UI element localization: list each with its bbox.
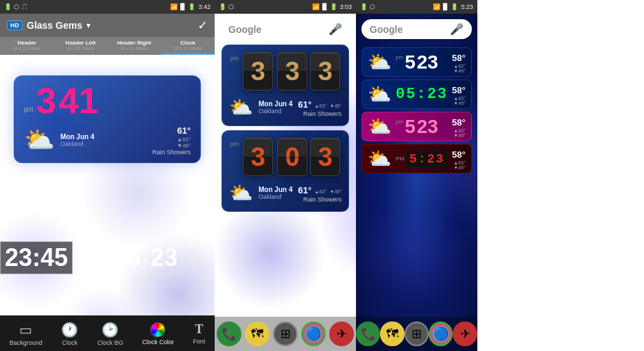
weather-desc: Rain Showers — [152, 149, 191, 156]
flip-min-group-2: 0 3 — [277, 138, 340, 176]
tabs-row: Header (4 x 2) Glass Header Left (4 x 2)… — [0, 37, 215, 55]
screen1-status-bar: 🔋 ⬡ 🎵 📶 ▉ 🔋 3:42 — [0, 0, 215, 14]
flip-weather-1: ⛅ Mon Jun 4 Oakland 61° ▲63° ▼49° Rain S… — [229, 96, 342, 119]
screen3-battery: 🔋 — [451, 3, 458, 10]
weather-temp-1: 61° ▲63° ▼49° Rain Showers — [298, 98, 342, 117]
clock-color-label: Clock Color — [142, 339, 174, 346]
confirm-button[interactable]: ✓ — [198, 18, 208, 33]
w2-time: 05:23 — [396, 86, 448, 103]
app-header: HD Glass Gems ▾ ✓ — [0, 14, 215, 37]
s3-nav-apps[interactable]: ⊞ — [405, 322, 429, 346]
w1-temp-val: 58° — [452, 53, 466, 63]
weather-row: ⛅ Mon Jun 4 Oakland 61° ▲63° ▼49° Rain S… — [24, 124, 191, 156]
hd-badge: HD — [7, 21, 23, 30]
widget-row-3: ⛅ pm 5 23 58° ▲63° ▼49° — [361, 112, 472, 141]
toolbar-background[interactable]: ▭ Background — [10, 322, 43, 346]
w1-hi: ▲63° — [452, 64, 466, 69]
flip-min-group-1: 3 3 — [277, 52, 340, 90]
weather-icon-2: ⛅ — [229, 182, 253, 204]
toolbar-clock-color[interactable]: Clock Color — [142, 322, 174, 346]
flip-min1-2: 0 — [277, 138, 307, 176]
header-left-group: HD Glass Gems ▾ — [7, 20, 91, 31]
nav-chrome[interactable]: 🔵 — [301, 322, 326, 346]
flip-pm-2: pm — [230, 138, 239, 147]
weather-temp-2: 61° ▲63° ▼49° Rain Showers — [298, 184, 342, 203]
w2-clock: 05:23 — [396, 86, 448, 103]
weather-temp-group: 61° ▲63° ▼49° Rain Showers — [152, 124, 191, 156]
screen3-microphone-icon[interactable]: 🎤 — [450, 23, 464, 36]
flip-hour-group-2: 3 — [243, 138, 273, 176]
background-icon: ▭ — [19, 322, 32, 338]
s3-nav-chrome[interactable]: 🔵 — [429, 322, 453, 346]
flip-hour-group-1: 3 — [243, 52, 273, 90]
dropdown-icon[interactable]: ▾ — [86, 21, 91, 30]
screen2-time: 3:03 — [340, 3, 353, 10]
weather-info-2: Mon Jun 4 Oakland — [259, 186, 292, 200]
w3-hi: ▲63° — [452, 128, 466, 133]
s3-nav-tools[interactable]: ✈ — [453, 322, 477, 346]
weather-temp: 61° — [177, 125, 191, 136]
tab-clock[interactable]: Clock (4 x 2) Glass — [161, 37, 215, 55]
color-swatch-icon — [150, 322, 165, 337]
w1-pm: pm — [396, 54, 403, 60]
time-strip-item-3: 23 — [145, 241, 182, 274]
w3-min: 23 — [417, 116, 438, 138]
screen1-time: 3:42 — [198, 3, 211, 10]
flip-clock-widget-1: pm 3 3 3 ⛅ Mon Jun 4 Oakland — [222, 45, 349, 126]
screen3-status-bar: 🔋 ⬡ 📶 ▉ 🔋 5:23 — [356, 0, 477, 14]
bottom-toolbar: ▭ Background 🕐 Clock 🕑 Clock BG Clock Co… — [0, 315, 215, 351]
s3-nav-maps[interactable]: 🗺 — [380, 322, 404, 346]
w4-pm: PM — [396, 156, 404, 162]
screen3-google-bar[interactable]: Google 🎤 — [361, 19, 472, 39]
widget-list: ⛅ pm 5 23 58° ▲63° ▼49° ⛅ — [356, 45, 477, 176]
screen1-status-left: 🔋 ⬡ 🎵 — [4, 3, 28, 10]
nav-phone[interactable]: 📞 — [217, 322, 241, 346]
weather-date: Mon Jun 4 — [60, 133, 147, 141]
screen2-wifi: 📶 — [312, 3, 320, 10]
microphone-icon[interactable]: 🎤 — [329, 23, 342, 36]
tab-header-left[interactable]: Header Left (4 x 2) Glass — [53, 37, 107, 55]
time-strip-value-2: 23:45 — [77, 243, 141, 271]
w3-clock: pm 5 23 — [396, 116, 438, 138]
screen3-time: 5:23 — [461, 3, 473, 10]
toolbar-font[interactable]: T Font — [193, 322, 205, 345]
flip-hour-1: 3 — [243, 52, 273, 90]
screen1-status-right: 📶 ▉ 🔋 3:42 — [170, 3, 211, 10]
nav-tools[interactable]: ✈ — [329, 322, 354, 346]
w3-temp: 58° ▲63° ▼49° — [452, 116, 466, 138]
screen2-bottom-nav: 📞 🗺 ⊞ 🔵 ✈ — [215, 317, 356, 351]
notification-icons: 🔋 ⬡ 🎵 — [4, 3, 28, 10]
nav-apps[interactable]: ⊞ — [273, 322, 298, 346]
nav-maps[interactable]: 🗺 — [245, 322, 270, 346]
widget-card: pm 3 41 ⛅ Mon Jun 4 Oakland 61° ▲63° — [14, 75, 201, 163]
w4-clock: PM 5:23 — [396, 151, 447, 167]
time-strip-value-3: 23 — [150, 243, 178, 271]
background-label: Background — [10, 339, 43, 346]
tab-header[interactable]: Header (4 x 2) Glass — [0, 37, 53, 55]
toolbar-clock-bg[interactable]: 🕑 Clock BG — [97, 322, 123, 346]
flip-digits-2: pm 3 0 3 — [229, 138, 342, 176]
widget-row-2: ⛅ 05:23 58° ▲63° ▼49° — [361, 80, 472, 109]
font-icon: T — [195, 322, 203, 337]
google-search-bar[interactable]: Google 🎤 — [220, 19, 350, 39]
hi-1: ▲63° — [315, 104, 327, 108]
flip-min1-1: 3 — [277, 52, 307, 90]
lo-1: ▼49° — [330, 104, 342, 108]
w1-lo: ▼49° — [452, 69, 466, 73]
screen2-signal: ▉ — [322, 3, 327, 10]
weather-info: Mon Jun 4 Oakland — [60, 133, 147, 147]
flip-digits-1: pm 3 3 3 — [229, 52, 342, 90]
screen3-wifi: 📶 — [433, 3, 440, 10]
widget-row-4: ⛅ PM 5:23 58° ▲63° ▼49° — [361, 144, 472, 173]
app-title: Glass Gems — [27, 20, 82, 31]
screen3-google-label: Google — [370, 24, 403, 35]
flip-hour-2: 3 — [243, 138, 273, 176]
s3-nav-phone[interactable]: 📞 — [356, 322, 380, 346]
time-strip-item-2: 23:45 — [73, 241, 145, 274]
w2-hi: ▲63° — [452, 96, 466, 101]
weather-city-2: Oakland — [259, 193, 292, 200]
tab-header-right[interactable]: Header Right (4 x 2) Glass — [108, 37, 161, 55]
w1-hour: 5 — [405, 51, 416, 73]
toolbar-clock[interactable]: 🕐 Clock — [61, 322, 78, 346]
desc-1: Rain Showers — [298, 110, 342, 117]
